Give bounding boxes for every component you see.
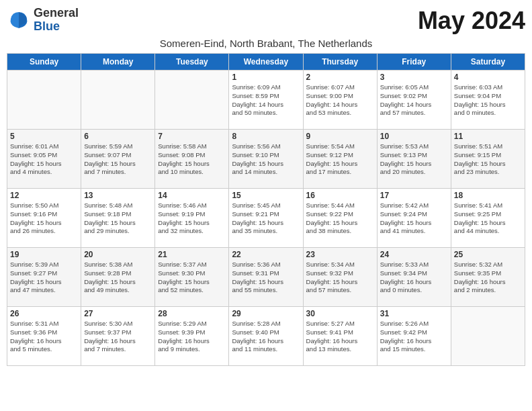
- calendar-day-cell: 25Sunrise: 5:32 AM Sunset: 9:35 PM Dayli…: [451, 248, 525, 307]
- calendar-day-cell: [7, 71, 81, 130]
- calendar-day-cell: 24Sunrise: 5:33 AM Sunset: 9:34 PM Dayli…: [377, 248, 451, 307]
- day-info: Sunrise: 5:33 AM Sunset: 9:34 PM Dayligh…: [380, 261, 448, 295]
- calendar-day-header: Saturday: [451, 54, 525, 71]
- calendar-day-header: Wednesday: [229, 54, 303, 71]
- month-title: May 2024: [418, 7, 525, 35]
- calendar-week-row: 26Sunrise: 5:31 AM Sunset: 9:36 PM Dayli…: [7, 307, 525, 366]
- calendar-day-cell: 22Sunrise: 5:36 AM Sunset: 9:31 PM Dayli…: [229, 248, 303, 307]
- day-number: 13: [84, 191, 152, 200]
- calendar-day-cell: 30Sunrise: 5:27 AM Sunset: 9:41 PM Dayli…: [303, 307, 377, 366]
- calendar-day-cell: 17Sunrise: 5:42 AM Sunset: 9:24 PM Dayli…: [377, 189, 451, 248]
- day-info: Sunrise: 5:51 AM Sunset: 9:15 PM Dayligh…: [454, 142, 522, 177]
- day-info: Sunrise: 5:54 AM Sunset: 9:12 PM Dayligh…: [306, 142, 374, 177]
- calendar-day-cell: 12Sunrise: 5:50 AM Sunset: 9:16 PM Dayli…: [7, 189, 81, 248]
- calendar-day-cell: 10Sunrise: 5:53 AM Sunset: 9:13 PM Dayli…: [377, 130, 451, 189]
- day-info: Sunrise: 5:37 AM Sunset: 9:30 PM Dayligh…: [158, 261, 226, 295]
- day-info: Sunrise: 6:01 AM Sunset: 9:05 PM Dayligh…: [10, 142, 78, 177]
- day-number: 26: [10, 309, 78, 318]
- day-number: 22: [232, 250, 300, 259]
- day-number: 25: [454, 250, 522, 259]
- day-info: Sunrise: 5:36 AM Sunset: 9:31 PM Dayligh…: [232, 261, 300, 295]
- day-info: Sunrise: 6:09 AM Sunset: 8:59 PM Dayligh…: [232, 83, 300, 118]
- calendar-week-row: 12Sunrise: 5:50 AM Sunset: 9:16 PM Dayli…: [7, 189, 525, 248]
- day-number: 28: [158, 309, 226, 318]
- calendar-day-header: Sunday: [7, 54, 81, 71]
- day-info: Sunrise: 6:07 AM Sunset: 9:00 PM Dayligh…: [306, 83, 374, 118]
- subtitle: Someren-Eind, North Brabant, The Netherl…: [7, 38, 525, 49]
- day-info: Sunrise: 5:44 AM Sunset: 9:22 PM Dayligh…: [306, 201, 374, 236]
- day-number: 24: [380, 250, 448, 259]
- day-number: 6: [84, 132, 152, 141]
- calendar-day-cell: 16Sunrise: 5:44 AM Sunset: 9:22 PM Dayli…: [303, 189, 377, 248]
- day-number: 7: [158, 132, 226, 141]
- day-number: 3: [380, 73, 448, 82]
- day-info: Sunrise: 5:45 AM Sunset: 9:21 PM Dayligh…: [232, 201, 300, 236]
- day-number: 12: [10, 191, 78, 200]
- calendar-day-header: Tuesday: [155, 54, 229, 71]
- calendar-day-cell: 26Sunrise: 5:31 AM Sunset: 9:36 PM Dayli…: [7, 307, 81, 366]
- logo-blue-text: Blue: [34, 19, 60, 33]
- calendar-week-row: 5Sunrise: 6:01 AM Sunset: 9:05 PM Daylig…: [7, 130, 525, 189]
- calendar-day-cell: 4Sunrise: 6:03 AM Sunset: 9:04 PM Daylig…: [451, 71, 525, 130]
- calendar-day-cell: 15Sunrise: 5:45 AM Sunset: 9:21 PM Dayli…: [229, 189, 303, 248]
- day-number: 30: [306, 309, 374, 318]
- day-info: Sunrise: 5:26 AM Sunset: 9:42 PM Dayligh…: [380, 320, 448, 354]
- calendar-day-cell: 2Sunrise: 6:07 AM Sunset: 9:00 PM Daylig…: [303, 71, 377, 130]
- day-number: 27: [84, 309, 152, 318]
- calendar-day-cell: 8Sunrise: 5:56 AM Sunset: 9:10 PM Daylig…: [229, 130, 303, 189]
- day-info: Sunrise: 5:28 AM Sunset: 9:40 PM Dayligh…: [232, 320, 300, 354]
- calendar-day-header: Thursday: [303, 54, 377, 71]
- day-number: 18: [454, 191, 522, 200]
- calendar-day-cell: 19Sunrise: 5:39 AM Sunset: 9:27 PM Dayli…: [7, 248, 81, 307]
- calendar-day-cell: 9Sunrise: 5:54 AM Sunset: 9:12 PM Daylig…: [303, 130, 377, 189]
- calendar-day-cell: 18Sunrise: 5:41 AM Sunset: 9:25 PM Dayli…: [451, 189, 525, 248]
- day-info: Sunrise: 5:58 AM Sunset: 9:08 PM Dayligh…: [158, 142, 226, 177]
- calendar-header-row: SundayMondayTuesdayWednesdayThursdayFrid…: [7, 54, 525, 71]
- day-info: Sunrise: 5:29 AM Sunset: 9:39 PM Dayligh…: [158, 320, 226, 354]
- day-number: 16: [306, 191, 374, 200]
- day-number: 4: [454, 73, 522, 82]
- day-number: 21: [158, 250, 226, 259]
- calendar-day-cell: 3Sunrise: 6:05 AM Sunset: 9:02 PM Daylig…: [377, 71, 451, 130]
- calendar-day-cell: 31Sunrise: 5:26 AM Sunset: 9:42 PM Dayli…: [377, 307, 451, 366]
- day-info: Sunrise: 5:30 AM Sunset: 9:37 PM Dayligh…: [84, 320, 152, 354]
- calendar-week-row: 1Sunrise: 6:09 AM Sunset: 8:59 PM Daylig…: [7, 71, 525, 130]
- day-number: 19: [10, 250, 78, 259]
- day-info: Sunrise: 5:34 AM Sunset: 9:32 PM Dayligh…: [306, 261, 374, 295]
- calendar-day-cell: [81, 71, 155, 130]
- calendar-day-cell: [155, 71, 229, 130]
- calendar-day-header: Monday: [81, 54, 155, 71]
- day-info: Sunrise: 5:38 AM Sunset: 9:28 PM Dayligh…: [84, 261, 152, 295]
- day-info: Sunrise: 5:56 AM Sunset: 9:10 PM Dayligh…: [232, 142, 300, 177]
- day-number: 1: [232, 73, 300, 82]
- day-info: Sunrise: 5:50 AM Sunset: 9:16 PM Dayligh…: [10, 201, 78, 236]
- day-number: 23: [306, 250, 374, 259]
- day-number: 8: [232, 132, 300, 141]
- calendar-day-cell: 27Sunrise: 5:30 AM Sunset: 9:37 PM Dayli…: [81, 307, 155, 366]
- day-number: 14: [158, 191, 226, 200]
- day-info: Sunrise: 5:48 AM Sunset: 9:18 PM Dayligh…: [84, 201, 152, 236]
- calendar-day-cell: 13Sunrise: 5:48 AM Sunset: 9:18 PM Dayli…: [81, 189, 155, 248]
- day-number: 11: [454, 132, 522, 141]
- calendar-week-row: 19Sunrise: 5:39 AM Sunset: 9:27 PM Dayli…: [7, 248, 525, 307]
- calendar-day-cell: 1Sunrise: 6:09 AM Sunset: 8:59 PM Daylig…: [229, 71, 303, 130]
- day-info: Sunrise: 5:41 AM Sunset: 9:25 PM Dayligh…: [454, 201, 522, 236]
- day-number: 5: [10, 132, 78, 141]
- calendar-day-cell: 7Sunrise: 5:58 AM Sunset: 9:08 PM Daylig…: [155, 130, 229, 189]
- calendar-day-cell: 21Sunrise: 5:37 AM Sunset: 9:30 PM Dayli…: [155, 248, 229, 307]
- calendar-day-cell: 11Sunrise: 5:51 AM Sunset: 9:15 PM Dayli…: [451, 130, 525, 189]
- header-top: General Blue May 2024: [7, 7, 525, 35]
- calendar-day-cell: 6Sunrise: 5:59 AM Sunset: 9:07 PM Daylig…: [81, 130, 155, 189]
- day-number: 20: [84, 250, 152, 259]
- logo-general-text: General: [34, 6, 79, 19]
- calendar-day-cell: 28Sunrise: 5:29 AM Sunset: 9:39 PM Dayli…: [155, 307, 229, 366]
- day-info: Sunrise: 5:53 AM Sunset: 9:13 PM Dayligh…: [380, 142, 448, 177]
- calendar-day-cell: 5Sunrise: 6:01 AM Sunset: 9:05 PM Daylig…: [7, 130, 81, 189]
- day-number: 2: [306, 73, 374, 82]
- calendar-day-cell: [451, 307, 525, 366]
- day-info: Sunrise: 5:32 AM Sunset: 9:35 PM Dayligh…: [454, 261, 522, 295]
- day-info: Sunrise: 5:59 AM Sunset: 9:07 PM Dayligh…: [84, 142, 152, 177]
- day-number: 9: [306, 132, 374, 141]
- calendar-day-cell: 29Sunrise: 5:28 AM Sunset: 9:40 PM Dayli…: [229, 307, 303, 366]
- day-info: Sunrise: 6:03 AM Sunset: 9:04 PM Dayligh…: [454, 83, 522, 118]
